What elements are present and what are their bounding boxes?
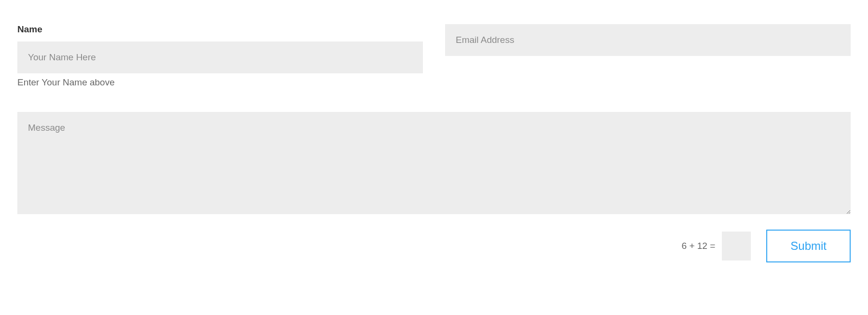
- captcha-question: 6 + 12 =: [682, 241, 716, 251]
- message-input[interactable]: [17, 112, 851, 214]
- captcha-input[interactable]: [722, 232, 751, 260]
- name-input[interactable]: [17, 41, 423, 73]
- email-field-group: [445, 24, 851, 56]
- form-bottom-row: 6 + 12 = Submit: [17, 230, 851, 262]
- submit-button[interactable]: Submit: [766, 230, 851, 262]
- name-label: Name: [17, 24, 423, 35]
- name-help-text: Enter Your Name above: [17, 77, 423, 88]
- message-field-group: [17, 112, 851, 216]
- name-field-group: Name Enter Your Name above: [17, 24, 423, 88]
- form-top-row: Name Enter Your Name above: [17, 24, 851, 88]
- email-input[interactable]: [445, 24, 851, 56]
